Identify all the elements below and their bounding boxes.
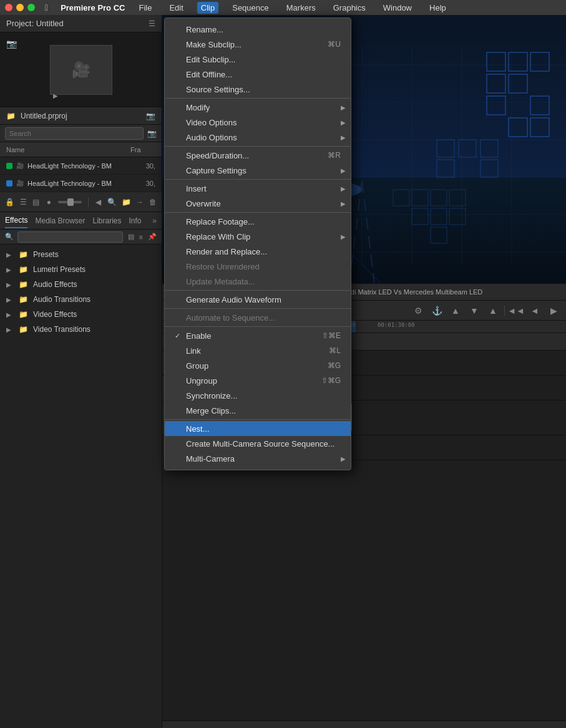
menu-item-label: Update Metadata... — [186, 277, 341, 286]
marker-icon[interactable]: ▲ — [448, 303, 463, 318]
col-name-header: Name — [6, 146, 130, 153]
menu-item-link[interactable]: Link ⌘L — [165, 343, 351, 358]
arrow-icon: ▶ — [6, 311, 14, 318]
effects-item-video-transitions[interactable]: ▶ 📁 Video Transitions — [0, 322, 162, 337]
menu-item-rename[interactable]: Rename... — [165, 22, 351, 37]
menu-graphics[interactable]: Graphics — [329, 2, 369, 14]
minimize-button[interactable] — [16, 4, 24, 11]
folder-tool-icon[interactable]: 📁 — [122, 196, 131, 208]
menu-help[interactable]: Help — [426, 2, 450, 14]
search-input[interactable] — [5, 127, 144, 140]
play-icon[interactable]: ▶ — [53, 92, 58, 99]
prev-frame-icon[interactable]: ◄ — [527, 303, 542, 318]
menu-item-modify[interactable]: Modify ▶ — [165, 100, 351, 115]
menu-item-multi-camera[interactable]: Multi-Camera ▶ — [165, 451, 351, 466]
menu-item-source-settings[interactable]: Source Settings... — [165, 82, 351, 97]
list-view-icon[interactable]: ☰ — [19, 196, 27, 208]
folder-icon: 📁 — [19, 325, 28, 334]
menu-item-label: Video Options — [186, 118, 341, 127]
shortcut-label: ⌘L — [329, 346, 341, 355]
project-menu-icon[interactable]: ☰ — [149, 19, 155, 28]
effects-grid-icon[interactable]: ▤ — [128, 233, 134, 241]
menu-item-synchronize[interactable]: Synchronize... — [165, 388, 351, 403]
menu-section-6: Generate Audio Waveform — [165, 291, 351, 309]
menu-item-replace-with-clip[interactable]: Replace With Clip ▶ — [165, 229, 351, 244]
menu-clip[interactable]: Clip — [197, 2, 218, 14]
apple-logo-icon:  — [45, 2, 48, 12]
folder-icon: 📁 — [19, 310, 28, 319]
grid-view-icon[interactable]: ▤ — [32, 196, 41, 208]
tab-effects[interactable]: Effects — [5, 213, 27, 228]
menu-item-make-subclip[interactable]: Make Subclip... ⌘U — [165, 37, 351, 52]
play-button[interactable]: ▶ — [546, 303, 561, 318]
effects-pin-icon[interactable]: 📌 — [148, 233, 157, 241]
menu-item-capture-settings[interactable]: Capture Settings ▶ — [165, 163, 351, 178]
clip-item[interactable]: 🎥 HeadLight Technology - BM 30, — [0, 175, 162, 192]
prev-keyframe-icon[interactable]: ◄◄ — [509, 303, 524, 318]
clip-item[interactable]: 🎥 HeadLight Technology - BM 30, — [0, 157, 162, 175]
search-small-icon[interactable]: 🔍 — [107, 196, 117, 208]
menu-item-enable[interactable]: ✓ Enable ⇧⌘E — [165, 328, 351, 343]
effects-search-bar: 🔍 ▤ ≡ 📌 — [0, 230, 162, 245]
lock-tool-icon[interactable]: 🔒 — [5, 196, 14, 208]
menu-item-replace-footage[interactable]: Replace Footage... — [165, 214, 351, 229]
menu-item-speed-duration[interactable]: Speed/Duration... ⌘R — [165, 148, 351, 163]
close-button[interactable] — [5, 4, 12, 11]
trash-icon[interactable]: 🗑 — [149, 196, 157, 208]
effects-item-audio-transitions[interactable]: ▶ 📁 Audio Transitions — [0, 292, 162, 307]
clip-film-icon: 🎥 — [16, 180, 24, 187]
app-name: Premiere Pro CC — [61, 3, 125, 12]
wrench-icon[interactable]: ⚙ — [411, 303, 426, 318]
effects-item-presets[interactable]: ▶ 📁 Presets — [0, 247, 162, 262]
tab-media-browser[interactable]: Media Browser — [35, 214, 85, 228]
menu-item-update-metadata: Update Metadata... — [165, 274, 351, 289]
menu-item-audio-options[interactable]: Audio Options ▶ — [165, 130, 351, 145]
menu-window[interactable]: Window — [379, 2, 416, 14]
clip-marker-icon[interactable]: ▲ — [485, 303, 500, 318]
menu-item-insert[interactable]: Insert ▶ — [165, 181, 351, 196]
tab-libraries[interactable]: Libraries — [93, 214, 122, 228]
clip-color-dot — [6, 163, 12, 169]
effects-item-video-effects[interactable]: ▶ 📁 Video Effects — [0, 307, 162, 322]
menu-item-render-replace[interactable]: Render and Replace... — [165, 244, 351, 259]
menu-item-label: Create Multi-Camera Source Sequence... — [186, 439, 341, 449]
file-action-icon[interactable]: 📷 — [146, 112, 155, 120]
effects-search-input[interactable] — [17, 231, 123, 243]
menu-sequence[interactable]: Sequence — [228, 2, 273, 14]
thumbnail-placeholder-icon: 🎥 — [72, 61, 90, 79]
shortcut-label: ⇧⌘G — [321, 376, 341, 385]
effects-item-audio-effects[interactable]: ▶ 📁 Audio Effects — [0, 277, 162, 292]
menu-edit[interactable]: Edit — [165, 2, 187, 14]
menu-item-edit-offline[interactable]: Edit Offline... — [165, 67, 351, 82]
menu-item-generate-audio-waveform[interactable]: Generate Audio Waveform — [165, 292, 351, 307]
arrow-tool-icon[interactable]: → — [136, 196, 144, 208]
menu-markers[interactable]: Markers — [283, 2, 320, 14]
menu-item-video-options[interactable]: Video Options ▶ — [165, 115, 351, 130]
menu-item-label: Enable — [186, 331, 320, 341]
menu-item-group[interactable]: Group ⌘G — [165, 358, 351, 373]
tab-info[interactable]: Info — [129, 214, 142, 228]
add-marker-icon[interactable]: ▼ — [467, 303, 482, 318]
zoom-slider[interactable] — [58, 201, 82, 203]
menu-item-nest[interactable]: Nest... — [165, 421, 351, 436]
menu-item-merge-clips[interactable]: Merge Clips... — [165, 403, 351, 418]
divider — [88, 197, 89, 207]
menu-item-overwrite[interactable]: Overwrite ▶ — [165, 196, 351, 211]
arrow-icon: ▶ — [6, 266, 14, 273]
tab-more-icon[interactable]: » — [152, 216, 157, 225]
menu-item-label: Speed/Duration... — [186, 151, 325, 160]
timeline-scrollbar[interactable] — [162, 721, 566, 728]
automate-icon[interactable]: ◀ — [94, 196, 102, 208]
record-icon[interactable]: ● — [45, 196, 53, 208]
snap-icon[interactable]: ⚓ — [429, 303, 444, 318]
submenu-arrow-icon: ▶ — [341, 104, 346, 111]
menu-item-edit-subclip[interactable]: Edit Subclip... — [165, 52, 351, 67]
effects-item-lumetri[interactable]: ▶ 📁 Lumetri Presets — [0, 262, 162, 277]
menu-item-create-multicam[interactable]: Create Multi-Camera Source Sequence... — [165, 436, 351, 451]
effects-list-icon[interactable]: ≡ — [139, 233, 143, 241]
effects-panel: Effects Media Browser Libraries Info » 🔍… — [0, 212, 162, 728]
maximize-button[interactable] — [27, 4, 35, 11]
menu-file[interactable]: File — [135, 2, 155, 14]
menu-item-ungroup[interactable]: Ungroup ⇧⌘G — [165, 373, 351, 388]
menu-item-automate-sequence: Automate to Sequence... — [165, 310, 351, 325]
